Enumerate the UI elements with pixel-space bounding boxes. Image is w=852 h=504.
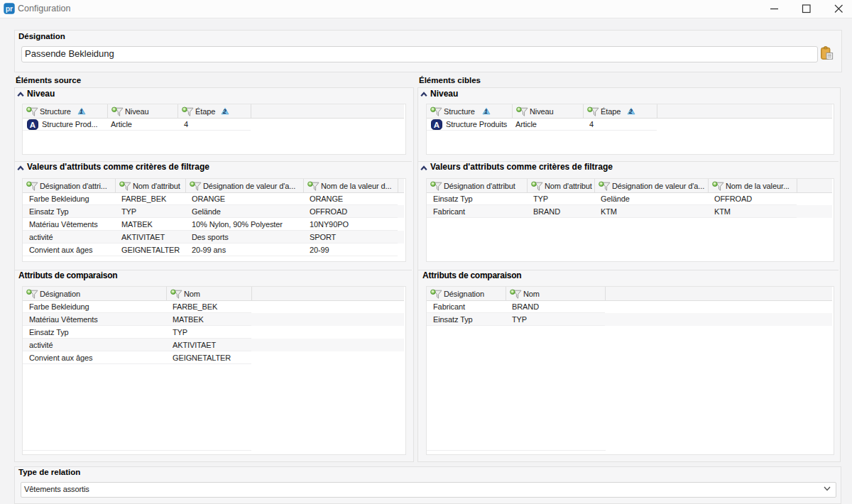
svg-text:1: 1 xyxy=(484,108,488,115)
svg-text:pr: pr xyxy=(6,4,13,13)
svg-text:A: A xyxy=(434,121,439,129)
svg-text:2: 2 xyxy=(628,108,633,115)
svg-text:2: 2 xyxy=(222,108,226,115)
svg-text:1: 1 xyxy=(80,108,83,115)
svg-text:A: A xyxy=(30,121,36,129)
